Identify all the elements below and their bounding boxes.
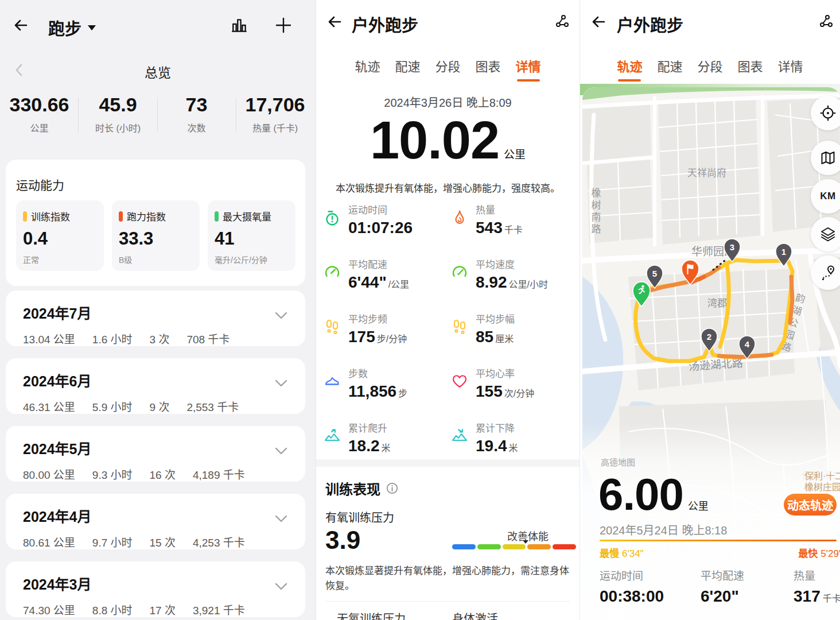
svg-text:2: 2 [707,332,711,342]
tab-pace[interactable]: 配速 [657,56,682,82]
panel-run-details: 户外跑步 轨迹 配速 分段 图表 详情 2024年3月26日 晚上8:09 10… [316,0,580,620]
stat-calories: 热量 317千卡 [794,567,840,606]
total-distance: 330.66公里 [0,94,79,134]
tab-segments[interactable]: 分段 [697,56,722,82]
tab-charts[interactable]: 图表 [476,56,501,82]
chart-button[interactable] [231,17,249,34]
tab-charts[interactable]: 图表 [738,56,763,82]
vo2max-card[interactable]: 最大摄氧量 41 毫升/公斤/分钟 [208,200,295,271]
divider [325,601,570,602]
gauge-zone-label: 改善体能 [507,528,576,543]
chevron-down-icon[interactable] [274,447,288,456]
metric-calories: 热量543千卡 [451,202,574,237]
tab-pace[interactable]: 配速 [395,56,420,82]
slowest-pace: 最慢6'34" [600,545,644,560]
gauge-pointer-icon [523,540,528,544]
metric-duration: 运动时间01:07:26 [324,202,447,237]
layers-icon [819,226,837,243]
map-style-button[interactable] [811,141,840,175]
metric-stride: 平均步幅85厘米 [451,311,574,346]
total-calories: 17,706热量 (千卡) [236,94,314,134]
chevron-down-icon[interactable] [274,379,288,388]
aerobic-stress-value: 3.9 [325,526,360,555]
back-button[interactable] [325,13,344,31]
divider [78,98,79,132]
detail-tabbar: 轨迹 配速 分段 图表 详情 [580,56,840,82]
metric-steps: 步数11,856步 [324,366,447,401]
share-route-icon [817,13,834,30]
chevron-down-icon[interactable] [274,311,288,320]
dynamic-track-button[interactable]: 动态轨迹 [784,494,837,516]
workout-date: 2024年3月26日 晚上8:09 [316,94,580,110]
month-card-2024-03[interactable]: 2024年3月 74.30 公里8.8 小时17 次3,921 千卡 [6,561,305,617]
distance-unit: 公里 [688,498,709,513]
workout-summary: 本次锻炼提升有氧体能，增强心肺能力，强度较高。 [316,180,580,195]
map-icon [820,150,836,166]
layers-button[interactable] [811,217,840,251]
orange-pill-icon [119,211,123,222]
svg-text:3: 3 [730,242,734,252]
panel-run-track: 户外跑步 轨迹 配速 分段 图表 详情 [580,0,840,620]
back-arrow-icon [11,16,30,34]
chevron-down-icon[interactable] [274,582,288,591]
metric-avg-speed: 平均速度8.92公里/小时 [451,257,574,292]
page-title: 户外跑步 [352,12,418,36]
divider [236,98,236,132]
locate-button[interactable] [811,96,840,130]
info-icon[interactable] [386,482,398,494]
back-button[interactable] [589,13,608,31]
stat-duration: 运动时间 00:38:00 [600,567,664,606]
ascent-mountain-icon [324,427,341,444]
fastest-pace: 最快5'29" [798,545,840,560]
metric-heart-rate: 平均心率155次/分钟 [451,366,574,401]
tab-details[interactable]: 详情 [778,56,803,82]
add-button[interactable] [274,16,293,34]
tab-segments[interactable]: 分段 [435,56,460,82]
footprints-icon [451,318,468,335]
svg-text:4: 4 [745,339,750,349]
plus-icon [274,16,293,34]
svg-text:5: 5 [652,269,657,278]
flame-icon [451,209,468,226]
ability-card: 运动能力 训练指数 0.4 正常 跑力指数 33.3 B级 最大摄氧量 41 毫… [6,160,305,286]
tab-track[interactable]: 轨迹 [355,56,380,82]
divider [157,98,158,132]
distance-hero: 6.00公里 [598,468,709,521]
totals-row: 330.66公里 45.9时长 (小时) 73次数 17,706热量 (千卡) [0,94,316,134]
track-tools-button[interactable] [811,255,840,290]
back-button[interactable] [11,16,30,34]
heart-icon [451,373,468,390]
total-times: 73次数 [157,94,236,134]
month-card-2024-06[interactable]: 2024年6月 46.31 公里5.9 小时9 次2,553 千卡 [6,358,305,414]
tab-track[interactable]: 轨迹 [617,56,642,82]
km-toggle-button[interactable]: KM [811,179,840,214]
svg-text:天祥尚府: 天祥尚府 [687,168,726,179]
map-poi-label: 保利·十二橡树庄园 [804,471,840,493]
share-button[interactable] [817,13,834,30]
distance-hero: 10.02公里 [316,110,580,170]
month-card-2024-07[interactable]: 2024年7月 13.04 公里1.6 小时3 次708 千卡 [6,290,305,346]
metric-cadence: 平均步频175步/分钟 [324,311,447,346]
green-pill-icon [215,211,219,222]
distance-unit: 公里 [504,149,526,161]
month-card-2024-04[interactable]: 2024年4月 80.61 公里9.7 小时15 次4,253 千卡 [6,494,305,549]
svg-text:1: 1 [781,247,786,257]
month-card-2024-05[interactable]: 2024年5月 80.00 公里9.3 小时16 次4,189 千卡 [6,426,305,482]
caret-down-icon [87,24,96,31]
yellow-pill-icon [23,211,27,222]
training-index-card[interactable]: 训练指数 0.4 正常 [16,200,104,271]
shoe-icon [324,373,341,390]
distance-value: 10.02 [370,111,499,169]
workout-date: 2024年5月24日 晚上8:18 [600,521,727,538]
footprints-icon [324,318,341,335]
page-title: 户外跑步 [617,12,683,36]
aerobic-stress-label: 有氧训练压力 [325,509,394,525]
metric-descent: 累计下降19.4米 [451,420,574,455]
chevron-down-icon[interactable] [274,514,288,524]
back-arrow-icon [325,13,344,31]
sport-type-dropdown[interactable]: 跑步 [48,16,96,40]
share-button[interactable] [553,13,570,30]
tab-details[interactable]: 详情 [516,56,541,82]
distance-value: 6.00 [598,468,683,521]
running-power-card[interactable]: 跑力指数 33.3 B级 [112,200,200,271]
